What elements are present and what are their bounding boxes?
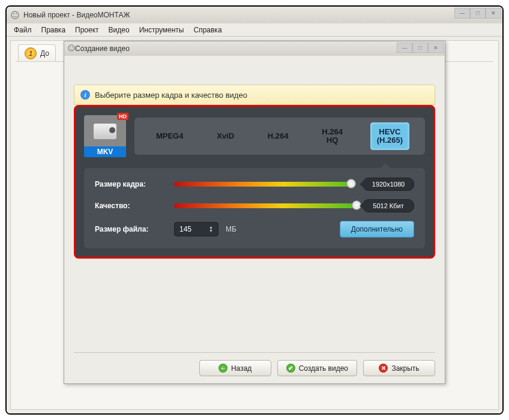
format-label: MKV <box>84 146 126 157</box>
svg-point-4 <box>70 46 71 47</box>
info-icon: i <box>80 90 90 100</box>
menu-help[interactable]: Справка <box>188 25 226 35</box>
menubar: Файл Правка Проект Видео Инструменты Спр… <box>7 23 502 37</box>
frame-size-thumb[interactable] <box>346 179 356 188</box>
quality-row: Качество: 5012 Кбит <box>95 199 414 212</box>
info-text: Выберите размер кадра и качество видео <box>95 91 247 100</box>
content-area: 1 До Создание видео — □ ✕ <box>7 37 502 413</box>
svg-point-0 <box>11 11 19 19</box>
step-label: До <box>40 49 49 58</box>
filesize-label: Размер файла: <box>95 225 167 233</box>
quality-slider[interactable] <box>174 203 355 208</box>
dialog-icon <box>68 44 75 53</box>
svg-point-2 <box>16 13 17 14</box>
spinner-arrows-icon[interactable]: ▲▼ <box>209 226 213 233</box>
frame-size-label: Размер кадра: <box>95 180 167 188</box>
dialog-titlebar: Создание видео — □ ✕ <box>64 41 445 56</box>
maximize-button[interactable]: □ <box>470 8 486 19</box>
filesize-value: 145 <box>179 225 191 233</box>
filesize-spinner[interactable]: 145 ▲▼ <box>174 222 218 236</box>
menu-file[interactable]: Файл <box>9 25 37 35</box>
main-window: Новый проект - ВидеоМОНТАЖ — □ ✕ Файл Пр… <box>7 7 502 413</box>
codec-tabs: MPEG4 XviD H.264 H.264 HQ HEVC (H.265) <box>134 118 425 155</box>
tabbed-panel: 1 До Создание видео — □ ✕ <box>10 40 499 410</box>
frame-size-slider[interactable] <box>174 182 355 187</box>
back-button[interactable]: ← Назад <box>199 360 271 376</box>
svg-point-5 <box>72 46 73 47</box>
codec-h264hq[interactable]: H.264 HQ <box>316 123 349 150</box>
step-badge: 1 <box>25 47 37 59</box>
main-title-text: Новый проект - ВидеоМОНТАЖ <box>23 11 130 19</box>
dialog-footer: ← Назад ✔ Создать видео ✕ Закрыть <box>74 352 435 376</box>
close-dialog-button[interactable]: ✕ Закрыть <box>363 360 435 376</box>
create-video-button[interactable]: ✔ Создать видео <box>277 360 357 376</box>
create-video-dialog: Создание видео — □ ✕ i Выберите размер к… <box>64 41 445 384</box>
menu-edit[interactable]: Правка <box>37 25 71 35</box>
filesize-row: Размер файла: 145 ▲▼ МБ Дополнительно <box>95 221 414 238</box>
back-arrow-icon: ← <box>218 364 227 373</box>
svg-point-1 <box>13 13 14 14</box>
codec-xvid[interactable]: XviD <box>211 127 240 145</box>
codec-hevc[interactable]: HEVC (H.265) <box>370 122 409 151</box>
advanced-button[interactable]: Дополнительно <box>340 221 414 238</box>
menu-video[interactable]: Видео <box>104 25 134 35</box>
format-icon-mkv: HD MKV <box>84 115 126 157</box>
close-x-icon: ✕ <box>379 364 388 373</box>
frame-size-row: Размер кадра: 1920x1080 <box>95 178 414 191</box>
wizard-tab-1[interactable]: 1 До <box>18 44 56 61</box>
menu-tools[interactable]: Инструменты <box>134 25 189 35</box>
hd-badge: HD <box>117 113 128 120</box>
close-button[interactable]: ✕ <box>486 8 501 19</box>
info-bar: i Выберите размер кадра и качество видео <box>74 85 435 105</box>
app-icon <box>10 10 20 20</box>
dialog-maximize-button[interactable]: □ <box>412 43 428 53</box>
codec-h264[interactable]: H.264 <box>262 127 295 145</box>
frame-size-value: 1920x1080 <box>363 178 414 191</box>
dialog-minimize-button[interactable]: — <box>397 43 412 53</box>
quality-label: Качество: <box>95 202 167 210</box>
minimize-button[interactable]: — <box>454 8 470 19</box>
dialog-close-button[interactable]: ✕ <box>428 43 444 53</box>
filesize-unit: МБ <box>226 225 236 233</box>
sliders-panel: Размер кадра: 1920x1080 Качество: <box>84 168 425 248</box>
menu-project[interactable]: Проект <box>70 25 104 35</box>
panel-arrow-icon <box>379 163 391 169</box>
encoding-settings-panel: HD MKV MPEG4 XviD H.264 H.264 HQ HEVC (H <box>74 105 435 259</box>
codec-mpeg4[interactable]: MPEG4 <box>150 127 190 145</box>
check-icon: ✔ <box>286 364 295 373</box>
svg-point-3 <box>68 44 74 50</box>
quality-value: 5012 Кбит <box>363 199 414 212</box>
main-titlebar: Новый проект - ВидеоМОНТАЖ — □ ✕ <box>7 7 502 23</box>
dialog-title-text: Создание видео <box>75 44 130 53</box>
